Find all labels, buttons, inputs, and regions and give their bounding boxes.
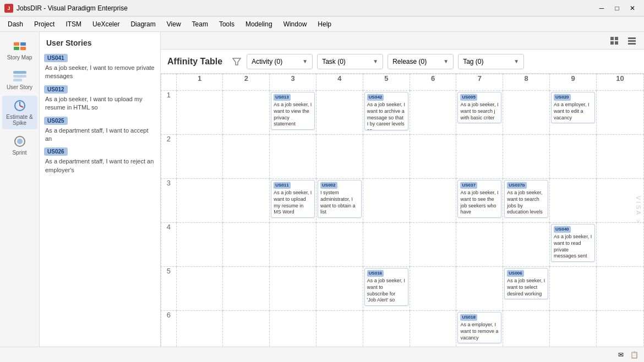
cell-5-7[interactable] — [456, 267, 503, 311]
us-card[interactable]: US002I system administrator, I want to o… — [318, 180, 362, 218]
menu-item-uexceler[interactable]: UeXceler — [87, 18, 125, 30]
cell-5-8[interactable]: US006As a job seeker, I want to select d… — [503, 267, 550, 311]
cell-2-1[interactable] — [176, 135, 223, 179]
us-card[interactable]: US040As a job seeker, I want to read pri… — [551, 224, 595, 262]
tag-filter-btn[interactable]: Tag (0) ▼ — [458, 54, 524, 69]
cell-2-2[interactable] — [223, 135, 270, 179]
menu-item-dash[interactable]: Dash — [2, 18, 29, 30]
menu-item-window[interactable]: Window — [278, 18, 313, 30]
close-button[interactable]: ✕ — [625, 3, 640, 14]
cell-2-5[interactable] — [363, 135, 410, 179]
cell-4-8[interactable] — [503, 223, 550, 267]
us-card[interactable]: US013As a job seeker, I want to view the… — [271, 92, 315, 130]
cell-3-10[interactable] — [596, 179, 643, 223]
release-filter-btn[interactable]: Release (0) ▼ — [388, 54, 454, 69]
cell-6-1[interactable] — [176, 311, 223, 347]
cell-3-8[interactable]: US037bAs a job seeker, want to search jo… — [503, 179, 550, 223]
us-card[interactable]: US005As a job seeker, I want to search j… — [457, 92, 501, 123]
cell-1-2[interactable] — [223, 91, 270, 135]
cell-6-2[interactable] — [223, 311, 270, 347]
cell-5-9[interactable] — [550, 267, 597, 311]
cell-3-4[interactable]: US002I system administrator, I want to o… — [316, 179, 363, 223]
cell-2-6[interactable] — [410, 135, 456, 179]
menu-item-project[interactable]: Project — [29, 18, 60, 30]
cell-5-3[interactable] — [270, 267, 316, 311]
cell-6-8[interactable] — [503, 311, 550, 347]
maximize-button[interactable]: □ — [610, 3, 624, 14]
cell-1-5[interactable]: US042As a job seeker, I want to archive … — [363, 91, 410, 135]
cell-5-10[interactable] — [596, 267, 643, 311]
us-card[interactable]: US037bAs a job seeker, want to search jo… — [504, 180, 548, 218]
doc-icon[interactable]: 📋 — [629, 349, 640, 360]
cell-1-4[interactable] — [316, 91, 363, 135]
menu-item-view[interactable]: View — [161, 18, 187, 30]
task-filter-btn[interactable]: Task (0) ▼ — [317, 54, 383, 69]
us-card[interactable]: US042As a job seeker, I want to archive … — [364, 92, 408, 130]
cell-4-10[interactable] — [596, 223, 643, 267]
cell-6-3[interactable] — [270, 311, 316, 347]
sidebar-item-user-story[interactable]: User Story — [2, 66, 37, 94]
cell-1-1[interactable] — [176, 91, 223, 135]
cell-3-3[interactable]: US011As a job seeker, I want to upload m… — [270, 179, 316, 223]
cell-1-8[interactable] — [503, 91, 550, 135]
cell-5-4[interactable] — [316, 267, 363, 311]
cell-1-6[interactable] — [410, 91, 456, 135]
sidebar-item-estimate[interactable]: Estimate & Spike — [2, 96, 37, 129]
cell-4-2[interactable] — [223, 223, 270, 267]
activity-filter-btn[interactable]: Activity (0) ▼ — [247, 54, 313, 69]
cell-6-9[interactable] — [550, 311, 597, 347]
us-card[interactable]: US006As a job seeker, I want to select d… — [504, 268, 548, 299]
sidebar-item-story-map[interactable]: Story Map — [2, 36, 37, 64]
cell-5-6[interactable] — [410, 267, 456, 311]
cell-3-6[interactable] — [410, 179, 456, 223]
us-card[interactable]: US037As a job seeker, I want to see the … — [457, 180, 501, 218]
menu-item-itsm[interactable]: ITSM — [60, 18, 87, 30]
cell-4-5[interactable] — [363, 223, 410, 267]
list-item[interactable]: US025 As a department staff, I want to a… — [44, 117, 156, 144]
cell-5-5[interactable]: US016As a job seeker, I want to subscrib… — [363, 267, 410, 311]
cell-3-5[interactable] — [363, 179, 410, 223]
us-card[interactable]: US016As a job seeker, I want to subscrib… — [364, 268, 408, 306]
cell-6-5[interactable] — [363, 311, 410, 347]
cell-4-1[interactable] — [176, 223, 223, 267]
grid-icon-btn[interactable] — [607, 34, 622, 47]
cell-4-7[interactable] — [456, 223, 503, 267]
cell-1-9[interactable]: US020As a employer, I want to edit a vac… — [550, 91, 597, 135]
cell-2-9[interactable] — [550, 135, 597, 179]
cell-4-4[interactable] — [316, 223, 363, 267]
cell-5-2[interactable] — [223, 267, 270, 311]
mail-icon[interactable]: ✉ — [615, 349, 626, 360]
us-card[interactable]: US018As a employer, I want to remove a v… — [457, 312, 501, 343]
cell-6-4[interactable] — [316, 311, 363, 347]
menu-item-help[interactable]: Help — [312, 18, 337, 30]
list-item[interactable]: US026 As a department staff, I want to r… — [44, 147, 156, 174]
affinity-container[interactable]: 1 2 3 4 5 6 7 8 9 10 1US013As — [161, 74, 644, 347]
cell-4-3[interactable] — [270, 223, 316, 267]
menu-item-team[interactable]: Team — [187, 18, 214, 30]
cell-3-7[interactable]: US037As a job seeker, I want to see the … — [456, 179, 503, 223]
cell-6-7[interactable]: US018As a employer, I want to remove a v… — [456, 311, 503, 347]
cell-3-2[interactable] — [223, 179, 270, 223]
cell-3-1[interactable] — [176, 179, 223, 223]
cell-4-6[interactable] — [410, 223, 456, 267]
cell-2-3[interactable] — [270, 135, 316, 179]
sidebar-item-sprint[interactable]: Sprint — [2, 131, 37, 159]
cell-1-7[interactable]: US005As a job seeker, I want to search j… — [456, 91, 503, 135]
cell-1-10[interactable] — [596, 91, 643, 135]
cell-6-10[interactable] — [596, 311, 643, 347]
menu-item-diagram[interactable]: Diagram — [125, 18, 161, 30]
cell-3-9[interactable] — [550, 179, 597, 223]
cell-1-3[interactable]: US013As a job seeker, I want to view the… — [270, 91, 316, 135]
list-icon-btn[interactable] — [624, 34, 640, 47]
menu-item-tools[interactable]: Tools — [214, 18, 240, 30]
cell-4-9[interactable]: US040As a job seeker, I want to read pri… — [550, 223, 597, 267]
filter-icon[interactable] — [231, 56, 242, 67]
us-card[interactable]: US020As a employer, I want to edit a vac… — [551, 92, 595, 123]
cell-5-1[interactable] — [176, 267, 223, 311]
list-item[interactable]: US041 As a job seeker, I want to remove … — [44, 54, 156, 81]
cell-2-4[interactable] — [316, 135, 363, 179]
menu-item-modeling[interactable]: Modeling — [240, 18, 278, 30]
us-card[interactable]: US011As a job seeker, I want to upload m… — [271, 180, 315, 218]
list-item[interactable]: US012 As a job seeker, I want to upload … — [44, 85, 156, 112]
cell-6-6[interactable] — [410, 311, 456, 347]
